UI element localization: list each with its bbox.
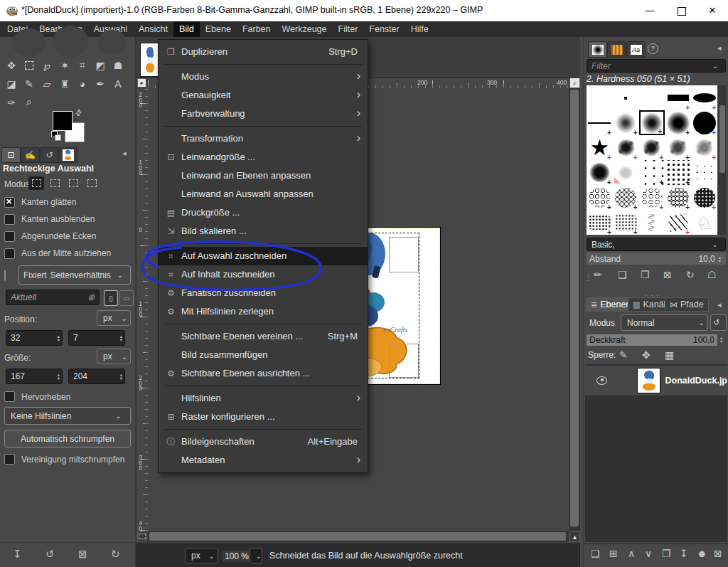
color-picker-tool[interactable]: ✑ <box>3 94 20 110</box>
brush-item[interactable] <box>613 85 639 110</box>
tab-paths[interactable]: ⋈ Pfade <box>665 297 709 312</box>
lock-pixels-icon[interactable]: ✎ <box>619 349 628 361</box>
menu-item[interactable]: ❐ Duplizieren Strg+D <box>159 43 368 61</box>
navigation-button[interactable]: ▲ <box>569 531 580 542</box>
bucket-fill-tool[interactable]: ◪ <box>3 75 20 92</box>
brush-item[interactable]: + <box>691 185 717 210</box>
duplicate-layer-button[interactable]: ❐ <box>662 548 671 559</box>
menubar-item[interactable]: Ansicht <box>133 21 173 37</box>
tab-device-status[interactable]: ✍ <box>21 147 40 163</box>
brush-grid-scrollbar-thumb[interactable] <box>719 105 725 173</box>
raise-layer-button[interactable]: ∧ <box>628 548 635 559</box>
tool-option-checkbox-row[interactable]: Abgerundete Ecken <box>4 229 132 243</box>
eraser-tool[interactable]: ▱ <box>38 75 55 92</box>
vertical-scrollbar[interactable] <box>569 88 580 531</box>
close-button[interactable]: ✕ <box>697 0 728 21</box>
menu-item[interactable] <box>159 321 368 327</box>
collapse-dock-icon[interactable]: ◂ <box>717 300 722 309</box>
horizontal-scrollbar[interactable] <box>148 531 569 542</box>
delete-layer-button[interactable]: ⊠ <box>714 548 722 559</box>
menu-item[interactable]: Leinwand an Ebenen anpassen <box>159 166 368 185</box>
spinner-arrows[interactable]: ▴▾ <box>717 255 723 263</box>
menu-item[interactable]: ⇲ Bild skalieren ... <box>159 222 368 240</box>
maximize-button[interactable] <box>665 0 697 21</box>
merge-layer-button[interactable]: ↧ <box>680 548 688 559</box>
menu-item[interactable]: ⚙ Fanatisch zuschneiden <box>159 284 368 302</box>
vertical-ruler[interactable]: 200 100 0 100 200 300 400 <box>137 88 149 531</box>
menubar-item[interactable]: Hilfe <box>405 21 434 37</box>
brush-item[interactable]: + <box>665 85 691 110</box>
paintbrush-tool[interactable]: ✎ <box>21 75 38 92</box>
layer-visibility-eye-icon[interactable] <box>596 376 607 385</box>
menu-item[interactable]: Leinwand an Auswahl anpassen <box>159 185 368 203</box>
menu-item[interactable]: Metadaten › <box>159 451 368 470</box>
vertical-scrollbar-thumb[interactable] <box>570 90 579 526</box>
brush-item[interactable]: + <box>613 110 639 135</box>
menu-item[interactable]: Hilfslinien › <box>159 389 368 408</box>
brush-item[interactable]: + <box>613 185 639 210</box>
menubar-item[interactable]: Filter <box>333 21 364 37</box>
menu-item[interactable]: ⚙ Mit Hilfslinien zerlegen <box>159 302 368 321</box>
new-layer-group-button[interactable]: ⊞ <box>609 548 618 559</box>
menu-item[interactable]: ⌗ Auf Auswahl zuschneiden <box>159 247 368 265</box>
checkbox[interactable] <box>4 231 15 242</box>
brush-group-dropdown[interactable]: Basic, ⌄ <box>587 238 726 251</box>
brush-item[interactable] <box>639 85 665 110</box>
open-brush-as-image-button[interactable]: ☖ <box>707 269 717 280</box>
restore-tool-preset-button[interactable]: ↺ <box>46 548 55 561</box>
menu-item[interactable]: ⌗ Auf Inhalt zuschneiden <box>159 265 368 284</box>
menubar-item[interactable]: Werkzeuge <box>277 21 333 37</box>
zoom-tool[interactable]: ⌕ <box>21 94 38 110</box>
menu-item[interactable]: ⊞ Raster konfigurieren ... <box>159 408 368 426</box>
position-unit-dropdown[interactable]: px ⌄ <box>97 310 131 326</box>
free-select-tool[interactable]: ℘ <box>38 57 55 73</box>
menu-item[interactable]: ⚙ Sichtbare Ebenen ausrichten ... <box>159 364 368 383</box>
clear-input-icon[interactable]: ⊗ <box>87 292 95 302</box>
brush-item[interactable]: + <box>665 185 691 210</box>
guides-dropdown[interactable]: Keine Hilfslinien ⌄ <box>4 407 131 425</box>
mode-add-button[interactable] <box>47 176 63 190</box>
swap-colors-icon[interactable]: ⇄ <box>73 107 85 119</box>
brush-item[interactable]: + <box>639 160 665 185</box>
spinner-arrows[interactable]: ▴▾ <box>55 373 62 380</box>
menu-item[interactable] <box>159 426 368 433</box>
fuzzy-select-tool[interactable]: ✶ <box>56 57 73 73</box>
brush-item[interactable]: + <box>587 185 613 210</box>
mode-intersect-button[interactable] <box>84 176 100 190</box>
menu-item[interactable]: ⊡ Leinwandgröße ... <box>159 148 368 166</box>
brush-item[interactable]: + <box>613 135 639 160</box>
statusbar-unit-dropdown[interactable]: px ⌄ <box>185 548 218 563</box>
tool-option-checkbox-row[interactable]: Kanten glätten <box>4 195 132 209</box>
lock-position-icon[interactable]: ✥ <box>642 349 651 361</box>
shrink-merged-checkbox-row[interactable]: Vereinigung mitschrumpfen <box>4 454 124 465</box>
checkbox[interactable] <box>4 248 15 259</box>
brush-item[interactable] <box>639 210 665 235</box>
menu-item[interactable]: ▤ Druckgröße ... <box>159 203 368 222</box>
warp-tool[interactable]: ☗ <box>109 57 127 73</box>
clone-tool[interactable]: ♜ <box>56 75 73 92</box>
layer-thumbnail[interactable] <box>637 368 660 393</box>
reset-tool-options-button[interactable]: ↻ <box>111 548 120 561</box>
tab-patterns[interactable] <box>607 41 626 58</box>
spinner-arrows[interactable]: ▴▾ <box>55 334 62 341</box>
selection-handle[interactable] <box>389 344 419 378</box>
canvas-menu-button[interactable]: ▸ <box>137 78 146 88</box>
zoom-level-value[interactable]: 100 % <box>223 551 251 562</box>
menubar-item[interactable]: Bild <box>173 21 200 37</box>
tab-image-thumbnail[interactable] <box>58 147 77 163</box>
checkbox[interactable] <box>4 197 15 208</box>
menu-item[interactable] <box>159 240 368 247</box>
new-brush-button[interactable]: ❏ <box>618 269 627 280</box>
refresh-brushes-button[interactable]: ↻ <box>686 269 695 280</box>
transform-tool[interactable]: ◩ <box>92 57 109 73</box>
brush-item[interactable]: + <box>691 110 717 135</box>
move-tool[interactable]: ✥ <box>3 57 20 73</box>
delete-brush-button[interactable]: ⊠ <box>663 269 672 280</box>
menu-item[interactable]: Farbverwaltung › <box>159 105 368 123</box>
menu-item[interactable]: ⓘ Bildeigenschaften Alt+Eingabe <box>159 433 368 451</box>
checkbox[interactable] <box>4 454 15 465</box>
tab-fonts[interactable]: Aa <box>626 41 646 58</box>
zoom-follow-window-button[interactable]: ⌕ <box>569 78 580 88</box>
text-tool[interactable]: A <box>109 75 127 92</box>
tab-brushes[interactable] <box>588 41 607 58</box>
